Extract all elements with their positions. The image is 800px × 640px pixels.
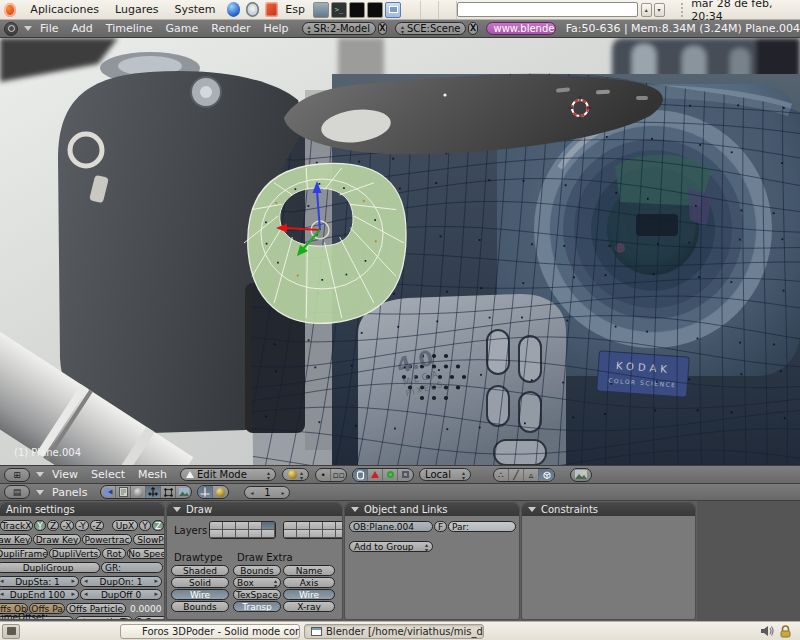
transp-button[interactable]: Transp [233,601,281,612]
layer-toggle[interactable] [210,530,223,538]
dupsta-field[interactable]: ◂DupSta: 1▸ [0,576,79,587]
blender-version-link[interactable]: www.blender.org 241 [486,22,556,35]
blender-launcher-icon[interactable] [265,2,278,17]
constraints-panel-header[interactable]: Constraints [522,503,695,516]
taskbar-window-blender[interactable]: Blender [/home/viriathus/mis_docu... [304,624,484,639]
buttons-collapse-icon[interactable] [36,490,44,495]
layer-toggle[interactable] [297,530,310,538]
help-icon[interactable] [246,2,259,17]
rotate-manipulator-toggle[interactable] [383,468,398,482]
group-field[interactable]: GR: [101,562,163,573]
upx-button[interactable]: UpX [112,520,138,531]
panel-collapse-icon[interactable] [528,507,536,512]
terminal-window-icon[interactable]: >_ [331,2,347,18]
extra-axis-button[interactable]: Axis [283,577,335,588]
trackx-button[interactable]: TrackX [0,520,33,531]
browser-icon[interactable] [227,2,240,17]
window-thumb-2[interactable] [349,2,365,18]
menu-render[interactable]: Render [211,22,250,35]
layer-toggle[interactable] [262,522,275,530]
blender-logo-icon[interactable] [4,22,18,36]
frame-left-arrow[interactable]: ◂ [250,490,253,495]
upz-button[interactable]: Z [152,520,164,531]
orientation-selector[interactable]: Local ▴▾ [419,468,471,481]
menu-aplicaciones[interactable]: Aplicaciones [22,3,107,16]
object-context-button[interactable] [146,485,161,499]
copy-icon[interactable]: ▫▫ [331,468,346,482]
3d-viewport[interactable]: 4.0 MEGA PIXELS KODAK COLOR SCIENCE [0,38,800,465]
layer-toggle[interactable] [223,522,236,530]
no-speed-button[interactable]: No Speed [127,548,164,559]
upy-button[interactable]: Y [139,520,151,531]
spin-down-button[interactable]: ▾ [654,3,665,17]
view3d-collapse-icon[interactable] [36,472,44,477]
object-links-panel-header[interactable]: Object and Links [345,503,519,516]
bounds-type-menu[interactable]: Box▴▾ [233,577,281,588]
layer-toggle[interactable] [210,522,223,530]
lock-keys-icon[interactable] [779,625,792,638]
layer-toggle[interactable] [262,530,275,538]
xray-button[interactable]: X-ray [283,601,335,612]
panel-grip[interactable] [681,3,686,17]
draw-key-button[interactable]: Draw Key [0,534,32,545]
panel-collapse-icon[interactable] [173,507,181,512]
prspeed-button[interactable]: PrSpeed [134,616,164,619]
script-context-button[interactable] [116,485,131,499]
layer-toggle[interactable] [284,522,297,530]
distro-logo-icon[interactable] [4,3,16,17]
spin-up-button[interactable]: ▴ [641,3,652,17]
menu-select[interactable]: Select [91,468,125,481]
extra-wire-button[interactable]: Wire [283,589,335,600]
volume-icon[interactable] [760,625,774,637]
drawtype-wire-button[interactable]: Wire [171,589,229,600]
scene-selector[interactable]: ▴▾SCE:Scene [395,22,467,35]
keyboard-layout-indicator[interactable]: Esp [281,3,313,16]
object-links-panel[interactable]: Object and Links OB:Plane.004 F Par: Add… [345,503,519,619]
layer-toggle[interactable] [336,522,342,530]
shading-context-button[interactable] [131,485,146,499]
show-desktop-button[interactable] [2,624,20,639]
window-thumb-3[interactable] [367,2,383,18]
edge-select-button[interactable]: ╱ [509,468,524,482]
powertrack-button[interactable]: Powertrac [82,534,132,545]
dupoff-field[interactable]: ◂DupOff 0▸ [80,589,162,600]
parent-field[interactable]: Par: [448,521,516,532]
draw-panel[interactable]: Draw Layers Drawtype Draw Extra Shaded S… [167,503,342,619]
track-negz-button[interactable]: -Z [90,520,104,531]
drawtype-solid-button[interactable]: Solid [171,577,229,588]
vertex-select-button[interactable]: ∴ [494,468,509,482]
drawtype-shaded-button[interactable]: Shaded [171,565,229,576]
rot-button[interactable]: Rot [102,548,126,559]
scene-delete-button[interactable]: X [468,22,477,35]
layer-toggle[interactable] [249,530,262,538]
collapse-menus-icon[interactable] [24,26,32,31]
layer-toggle[interactable] [323,522,336,530]
extra-bounds-button[interactable]: Bounds [233,565,281,576]
object-subcontext-button[interactable] [198,485,213,499]
track-negx-button[interactable]: -X [60,520,74,531]
timeoffset-field[interactable]: TimeOffset: 0.00 [0,616,74,619]
offs-particle-button[interactable]: Offs Particle [66,603,126,614]
editor-type-button[interactable]: ⊞ [4,468,30,482]
extra-name-button[interactable]: Name [283,565,335,576]
menu-timeline[interactable]: Timeline [106,22,153,35]
screen-selector[interactable]: ▴▾SR:2-Model [302,22,376,35]
layer-toggle[interactable] [236,522,249,530]
layer-toggle[interactable] [310,530,323,538]
mode-selector[interactable]: Edit Mode ▴▾ [180,468,276,481]
frame-right-arrow[interactable]: ▸ [281,490,284,495]
layer-grid-1[interactable] [209,521,276,539]
editing-context-button[interactable] [161,485,176,499]
panel-clock[interactable]: mar 28 de feb, 20:34 [691,0,800,23]
layer-toggle[interactable] [323,530,336,538]
layer-grid-2[interactable] [283,521,342,539]
menu-game[interactable]: Game [166,22,199,35]
occlude-geometry-button[interactable] [539,468,554,482]
panel-search-input[interactable] [457,2,638,17]
menu-file[interactable]: File [40,22,58,35]
tracky-button[interactable]: Y [34,520,46,531]
menu-view[interactable]: View [52,468,78,481]
scale-manipulator-toggle[interactable] [398,468,413,482]
anim-settings-panel[interactable]: Anim settings TrackX Y Z -X -Y -Z UpX Y … [0,503,164,619]
dupliframe-button[interactable]: DupliFrame [0,548,48,559]
